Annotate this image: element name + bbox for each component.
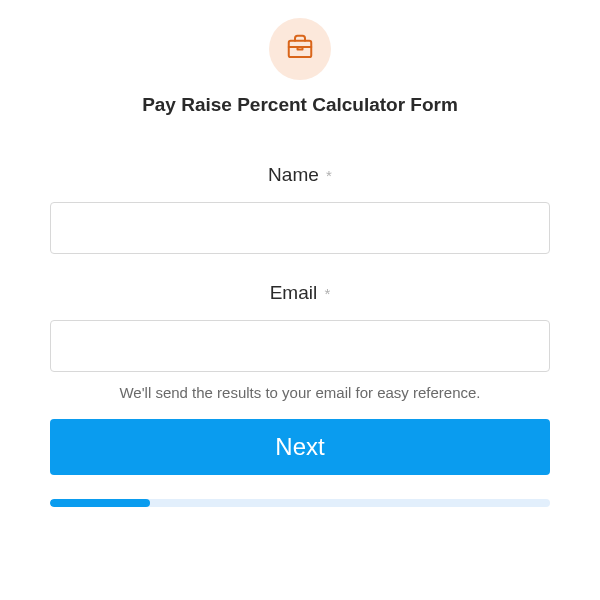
name-label: Name *: [268, 164, 332, 186]
email-label: Email *: [270, 282, 331, 304]
email-helper-text: We'll send the results to your email for…: [119, 384, 480, 401]
progress-fill: [50, 499, 150, 507]
header-icon-circle: [269, 18, 331, 80]
name-field-group: Name *: [50, 164, 550, 254]
briefcase-icon: [285, 32, 315, 66]
name-input[interactable]: [50, 202, 550, 254]
required-asterisk: *: [324, 285, 330, 302]
required-asterisk: *: [326, 167, 332, 184]
progress-bar: [50, 499, 550, 507]
form-container: Name * Email * We'll send the results to…: [50, 164, 550, 475]
form-title: Pay Raise Percent Calculator Form: [142, 94, 458, 116]
email-input[interactable]: [50, 320, 550, 372]
next-button[interactable]: Next: [50, 419, 550, 475]
email-field-group: Email * We'll send the results to your e…: [50, 282, 550, 401]
name-label-text: Name: [268, 164, 319, 185]
email-label-text: Email: [270, 282, 318, 303]
